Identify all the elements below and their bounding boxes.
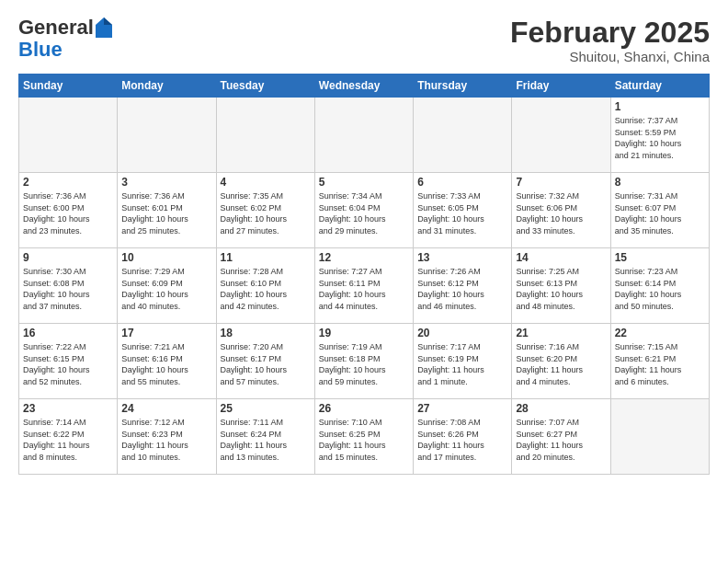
day-number: 25 (221, 402, 311, 415)
day-info: Sunrise: 7:35 AMSunset: 6:02 PMDaylight:… (221, 190, 311, 236)
table-row: 16Sunrise: 7:22 AMSunset: 6:15 PMDayligh… (19, 324, 118, 399)
day-info: Sunrise: 7:19 AMSunset: 6:18 PMDaylight:… (319, 341, 409, 387)
day-info: Sunrise: 7:08 AMSunset: 6:26 PMDaylight:… (417, 417, 507, 463)
day-info: Sunrise: 7:23 AMSunset: 6:14 PMDaylight:… (615, 266, 705, 312)
day-info: Sunrise: 7:21 AMSunset: 6:16 PMDaylight:… (121, 341, 211, 387)
day-number: 18 (221, 327, 311, 339)
month-title: February 2025 (510, 17, 710, 49)
table-row: 22Sunrise: 7:15 AMSunset: 6:21 PMDayligh… (610, 324, 709, 399)
day-number: 1 (615, 100, 705, 113)
calendar-week-row: 1Sunrise: 7:37 AMSunset: 5:59 PMDaylight… (19, 98, 710, 173)
location-subtitle: Shuitou, Shanxi, China (510, 49, 710, 64)
day-info: Sunrise: 7:30 AMSunset: 6:08 PMDaylight:… (23, 266, 113, 312)
title-block: February 2025 Shuitou, Shanxi, China (510, 17, 710, 64)
col-tuesday: Tuesday (216, 75, 314, 98)
table-row (610, 399, 709, 475)
table-row (216, 98, 314, 173)
logo: General Blue (18, 17, 112, 61)
logo-blue: Blue (18, 38, 63, 61)
day-number: 9 (23, 251, 113, 264)
day-number: 23 (23, 402, 113, 415)
day-info: Sunrise: 7:14 AMSunset: 6:22 PMDaylight:… (23, 417, 113, 463)
table-row (512, 98, 610, 173)
day-info: Sunrise: 7:26 AMSunset: 6:12 PMDaylight:… (417, 266, 507, 312)
logo-general: General (18, 17, 94, 39)
table-row: 9Sunrise: 7:30 AMSunset: 6:08 PMDaylight… (19, 248, 118, 324)
day-number: 4 (221, 176, 311, 189)
day-info: Sunrise: 7:16 AMSunset: 6:20 PMDaylight:… (516, 341, 606, 387)
day-info: Sunrise: 7:17 AMSunset: 6:19 PMDaylight:… (417, 341, 507, 387)
table-row: 20Sunrise: 7:17 AMSunset: 6:19 PMDayligh… (414, 324, 512, 399)
day-number: 8 (615, 176, 705, 189)
table-row: 27Sunrise: 7:08 AMSunset: 6:26 PMDayligh… (414, 399, 512, 475)
table-row (414, 98, 512, 173)
day-info: Sunrise: 7:20 AMSunset: 6:17 PMDaylight:… (221, 341, 311, 387)
table-row: 24Sunrise: 7:12 AMSunset: 6:23 PMDayligh… (118, 399, 216, 475)
day-number: 11 (221, 251, 311, 264)
day-number: 22 (615, 327, 705, 339)
table-row: 23Sunrise: 7:14 AMSunset: 6:22 PMDayligh… (19, 399, 118, 475)
table-row (19, 98, 118, 173)
day-info: Sunrise: 7:34 AMSunset: 6:04 PMDaylight:… (319, 190, 409, 236)
table-row: 12Sunrise: 7:27 AMSunset: 6:11 PMDayligh… (314, 248, 413, 324)
day-info: Sunrise: 7:31 AMSunset: 6:07 PMDaylight:… (615, 190, 705, 236)
day-number: 5 (319, 176, 409, 189)
table-row: 17Sunrise: 7:21 AMSunset: 6:16 PMDayligh… (118, 324, 216, 399)
day-info: Sunrise: 7:33 AMSunset: 6:05 PMDaylight:… (417, 190, 507, 236)
calendar: Sunday Monday Tuesday Wednesday Thursday… (18, 74, 710, 475)
table-row: 13Sunrise: 7:26 AMSunset: 6:12 PMDayligh… (414, 248, 512, 324)
day-number: 3 (121, 176, 211, 189)
day-info: Sunrise: 7:37 AMSunset: 5:59 PMDaylight:… (615, 115, 705, 161)
day-info: Sunrise: 7:10 AMSunset: 6:25 PMDaylight:… (319, 417, 409, 463)
col-friday: Friday (512, 75, 610, 98)
day-info: Sunrise: 7:29 AMSunset: 6:09 PMDaylight:… (121, 266, 211, 312)
table-row: 28Sunrise: 7:07 AMSunset: 6:27 PMDayligh… (512, 399, 610, 475)
day-number: 6 (417, 176, 507, 189)
table-row: 25Sunrise: 7:11 AMSunset: 6:24 PMDayligh… (216, 399, 314, 475)
page: General Blue February 2025 Shuitou, Shan… (0, 0, 728, 563)
day-number: 17 (121, 327, 211, 339)
day-number: 28 (516, 402, 606, 415)
table-row: 19Sunrise: 7:19 AMSunset: 6:18 PMDayligh… (314, 324, 413, 399)
table-row: 8Sunrise: 7:31 AMSunset: 6:07 PMDaylight… (610, 173, 709, 248)
table-row: 1Sunrise: 7:37 AMSunset: 5:59 PMDaylight… (610, 98, 709, 173)
day-info: Sunrise: 7:36 AMSunset: 6:00 PMDaylight:… (23, 190, 113, 236)
col-saturday: Saturday (610, 75, 709, 98)
table-row: 4Sunrise: 7:35 AMSunset: 6:02 PMDaylight… (216, 173, 314, 248)
day-number: 21 (516, 327, 606, 339)
calendar-week-row: 2Sunrise: 7:36 AMSunset: 6:00 PMDaylight… (19, 173, 710, 248)
day-number: 14 (516, 251, 606, 264)
day-number: 19 (319, 327, 409, 339)
day-number: 20 (417, 327, 507, 339)
day-number: 2 (23, 176, 113, 189)
day-number: 13 (417, 251, 507, 264)
day-info: Sunrise: 7:28 AMSunset: 6:10 PMDaylight:… (221, 266, 311, 312)
day-info: Sunrise: 7:36 AMSunset: 6:01 PMDaylight:… (121, 190, 211, 236)
table-row: 26Sunrise: 7:10 AMSunset: 6:25 PMDayligh… (314, 399, 413, 475)
table-row: 10Sunrise: 7:29 AMSunset: 6:09 PMDayligh… (118, 248, 216, 324)
calendar-week-row: 23Sunrise: 7:14 AMSunset: 6:22 PMDayligh… (19, 399, 710, 475)
day-info: Sunrise: 7:07 AMSunset: 6:27 PMDaylight:… (516, 417, 606, 463)
col-thursday: Thursday (414, 75, 512, 98)
table-row: 3Sunrise: 7:36 AMSunset: 6:01 PMDaylight… (118, 173, 216, 248)
calendar-week-row: 9Sunrise: 7:30 AMSunset: 6:08 PMDaylight… (19, 248, 710, 324)
table-row: 7Sunrise: 7:32 AMSunset: 6:06 PMDaylight… (512, 173, 610, 248)
day-info: Sunrise: 7:27 AMSunset: 6:11 PMDaylight:… (319, 266, 409, 312)
table-row: 18Sunrise: 7:20 AMSunset: 6:17 PMDayligh… (216, 324, 314, 399)
table-row: 2Sunrise: 7:36 AMSunset: 6:00 PMDaylight… (19, 173, 118, 248)
svg-marker-1 (104, 17, 112, 25)
table-row (314, 98, 413, 173)
table-row: 6Sunrise: 7:33 AMSunset: 6:05 PMDaylight… (414, 173, 512, 248)
day-info: Sunrise: 7:15 AMSunset: 6:21 PMDaylight:… (615, 341, 705, 387)
day-info: Sunrise: 7:32 AMSunset: 6:06 PMDaylight:… (516, 190, 606, 236)
day-number: 15 (615, 251, 705, 264)
day-number: 10 (121, 251, 211, 264)
day-number: 27 (417, 402, 507, 415)
calendar-header-row: Sunday Monday Tuesday Wednesday Thursday… (19, 75, 710, 98)
day-number: 24 (121, 402, 211, 415)
table-row: 15Sunrise: 7:23 AMSunset: 6:14 PMDayligh… (610, 248, 709, 324)
day-info: Sunrise: 7:11 AMSunset: 6:24 PMDaylight:… (221, 417, 311, 463)
col-sunday: Sunday (19, 75, 118, 98)
header: General Blue February 2025 Shuitou, Shan… (18, 17, 710, 64)
calendar-week-row: 16Sunrise: 7:22 AMSunset: 6:15 PMDayligh… (19, 324, 710, 399)
